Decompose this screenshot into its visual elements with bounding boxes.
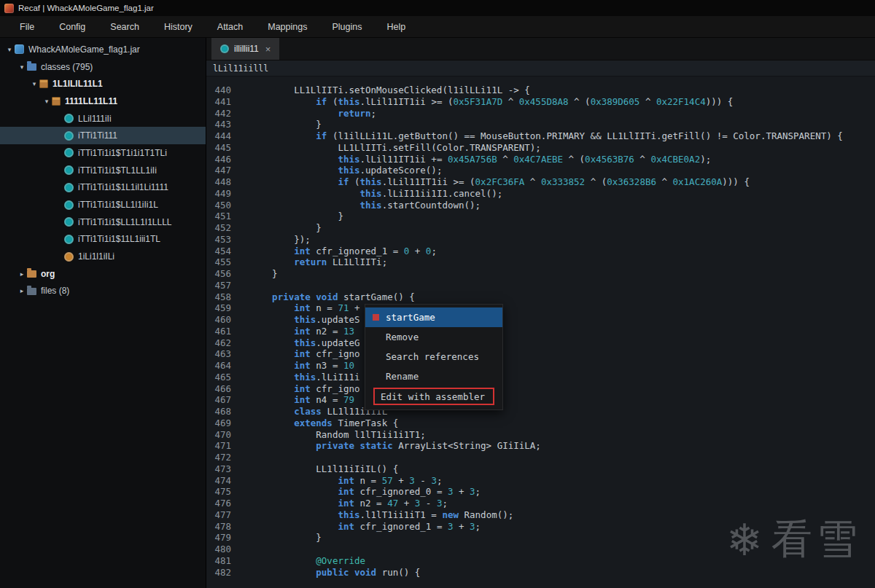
tree-item-itti1ti1i1-11l1iii1tl[interactable]: iTTi1Ti1i1$11L1iii1TL [0, 231, 206, 248]
code-line[interactable]: 440 LL1LlIITi.setOnMouseClicked(l1ilLLi1… [206, 85, 875, 96]
menu-search[interactable]: Search [98, 17, 152, 37]
code-line[interactable]: 459 int n = 71 + [206, 302, 875, 314]
context-menu-item-label: startGame [386, 312, 435, 323]
code-line[interactable]: 445 LL1LlIITi.setFill(Color.TRANSPARENT)… [206, 142, 875, 154]
code-line[interactable]: 473 LL1l11iIiIL() { [206, 463, 875, 475]
code-line[interactable]: 444 if (l1ilLLi11L.getButton() == MouseB… [206, 130, 875, 142]
line-number: 469 [206, 418, 231, 429]
code-text: int cfr_ignored_1 = 0 + 0; [250, 246, 437, 257]
chevron-down-icon[interactable]: ▾ [17, 63, 27, 71]
tree-item-label: 1iLi1l1iILi [78, 251, 114, 262]
context-menu-item-remove[interactable]: Remove [365, 327, 502, 347]
menu-file[interactable]: File [7, 17, 47, 37]
menu-history[interactable]: History [152, 17, 205, 37]
tab-close-icon[interactable]: × [264, 44, 271, 54]
code-line[interactable]: 449 this.lLiI11ii1I1.cancel(); [206, 188, 875, 200]
code-line[interactable]: 467 int n4 = 79 [206, 394, 875, 406]
chevron-right-icon[interactable]: ▸ [17, 287, 27, 294]
code-text: this.updateS [250, 314, 360, 326]
code-text: LL1LlIITi.setOnMouseClicked(l1ilLLi11L -… [250, 85, 530, 96]
context-menu-item-label: Remove [386, 332, 419, 342]
line-number: 450 [206, 200, 231, 211]
tree-item-1ili1l1iili[interactable]: 1iLi1l1iILi [0, 248, 206, 265]
chevron-down-icon[interactable]: ▾ [42, 98, 52, 105]
code-line[interactable]: 460 this.updateS [206, 314, 875, 326]
code-line[interactable]: 464 int n3 = 10 [206, 360, 875, 372]
tree-item-label: iTTi1Ti1i1$TL1LL1iIi [78, 165, 157, 176]
tree-item-llil111iii[interactable]: LLil111iIi [0, 110, 206, 128]
code-line[interactable]: 454 int cfr_ignored_1 = 0 + 0; [206, 246, 875, 257]
line-number: 441 [206, 96, 231, 108]
tree-item-itti1ti111[interactable]: iTTi1Ti111 [0, 127, 206, 144]
code-line[interactable]: 448 if (this.lLil11IT1ii >= (0x2FC36FA ^… [206, 176, 875, 188]
menu-help[interactable]: Help [374, 17, 418, 37]
code-line[interactable]: 482 public void run() { [206, 567, 875, 579]
code-line[interactable]: 469 extends TimerTask { [206, 418, 875, 429]
context-menu-item-startgame[interactable]: startGame [365, 307, 502, 327]
tree-item-whackamolegame-flag1-jar[interactable]: ▾WhackAMoleGame_flag1.jar [0, 41, 206, 58]
code-line[interactable]: 480 [206, 544, 875, 555]
chevron-right-icon[interactable]: ▸ [17, 270, 27, 278]
tree-item-itti1ti1i1-t1i1i1t1tli[interactable]: iTTi1Ti1i1$T1i1i1T1TLi [0, 144, 206, 162]
code-line[interactable]: 478 int cfr_ignored_1 = 3 + 3; [206, 521, 875, 533]
tree-item-itti1ti1i1-ll1l1iii1l[interactable]: iTTi1Ti1i1$LL1l1iIi1L [0, 196, 206, 213]
line-number: 465 [206, 372, 231, 383]
code-line[interactable]: 446 this.lLil11IT1ii += 0x45A756B ^ 0x4C… [206, 154, 875, 165]
code-editor[interactable]: 440 LL1LlIITi.setOnMouseClicked(l1ilLLi1… [206, 77, 875, 588]
code-line[interactable]: 447 this.updateScore(); [206, 165, 875, 176]
tree-item-files-8[interactable]: ▸files (8) [0, 283, 206, 300]
tree-item-label: iTTi1Ti111 [78, 130, 117, 141]
chevron-down-icon[interactable]: ▾ [29, 80, 39, 87]
code-line[interactable]: 450 this.startCountdown(); [206, 200, 875, 211]
code-line[interactable]: 452 } [206, 222, 875, 234]
tree-item-itti1ti1i1-ll1l1i1llll[interactable]: iTTi1Ti1i1$LL1L1I1LLLL [0, 213, 206, 231]
code-line[interactable]: 453 }); [206, 234, 875, 246]
code-line[interactable]: 455 return LL1LlIITi; [206, 256, 875, 268]
code-line[interactable]: 465 this.lLiI11i [206, 372, 875, 383]
code-line[interactable]: 468 class LL1l11iIiIL [206, 406, 875, 418]
code-line[interactable]: 441 if (this.lLil11IT1ii >= (0x5F31A7D ^… [206, 96, 875, 108]
code-line[interactable]: 443 } [206, 119, 875, 130]
breadcrumb[interactable]: lLil11iilll [206, 60, 875, 77]
tree-item-itti1ti1i1-1l1il1li1111[interactable]: iTTi1Ti1i1$1L1il1Li1111 [0, 179, 206, 197]
code-line[interactable]: 451 } [206, 211, 875, 222]
context-menu-item-search-references[interactable]: Search references [365, 347, 502, 366]
menu-attach[interactable]: Attach [205, 17, 255, 37]
code-text: this.lLil11IT1ii += 0x45A756B ^ 0x4C7AEB… [250, 154, 711, 165]
line-number: 443 [206, 119, 231, 130]
code-text: @Override [250, 555, 365, 567]
code-line[interactable]: 470 Random l1lT1ii1i1T1; [206, 429, 875, 441]
code-line[interactable]: 458 private void startGame() { [206, 291, 875, 303]
line-number: 475 [206, 486, 231, 498]
tree-item-1111ll11l11[interactable]: ▾1111LL11L11 [0, 93, 206, 110]
tree-item-1l1llll11l1[interactable]: ▾1L1lLlL11L1 [0, 75, 206, 93]
menu-config[interactable]: Config [47, 17, 98, 37]
class-icon [64, 217, 74, 227]
code-line[interactable]: 471 private static ArrayList<String> GIi… [206, 440, 875, 452]
code-line[interactable]: 477 this.l1lT1ii1iT1 = new Random(); [206, 509, 875, 521]
code-line[interactable]: 456 } [206, 268, 875, 280]
tree-item-itti1ti1i1-tl1ll1iii[interactable]: iTTi1Ti1i1$TL1LL1iIi [0, 162, 206, 179]
code-line[interactable]: 472 [206, 452, 875, 463]
code-line[interactable]: 442 return; [206, 108, 875, 119]
context-menu-item-edit-with-assembler[interactable]: Edit with assembler [373, 388, 494, 405]
context-menu-item-rename[interactable]: Rename [365, 366, 502, 386]
editor-tab[interactable]: illillii11 × [211, 38, 279, 60]
code-line[interactable]: 474 int n = 57 + 3 - 3; [206, 475, 875, 487]
code-line[interactable]: 481 @Override [206, 555, 875, 567]
code-line[interactable]: 461 int n2 = 13 [206, 326, 875, 337]
code-line[interactable]: 476 int n2 = 47 + 3 - 3; [206, 498, 875, 509]
code-line[interactable]: 457 [206, 280, 875, 291]
code-line[interactable]: 466 int cfr_igno [206, 383, 875, 395]
tree-item-label: classes (795) [41, 62, 93, 72]
line-number: 459 [206, 302, 231, 314]
code-line[interactable]: 463 int cfr_igno [206, 348, 875, 360]
code-line[interactable]: 475 int cfr_ignored_0 = 3 + 3; [206, 486, 875, 498]
code-line[interactable]: 479 } [206, 532, 875, 544]
chevron-down-icon[interactable]: ▾ [4, 46, 15, 53]
code-line[interactable]: 462 this.updateG [206, 337, 875, 349]
tree-item-org[interactable]: ▸org [0, 265, 206, 283]
menu-plugins[interactable]: Plugins [319, 17, 374, 37]
menu-mappings[interactable]: Mappings [255, 17, 319, 37]
tree-item-classes-795[interactable]: ▾classes (795) [0, 58, 206, 76]
